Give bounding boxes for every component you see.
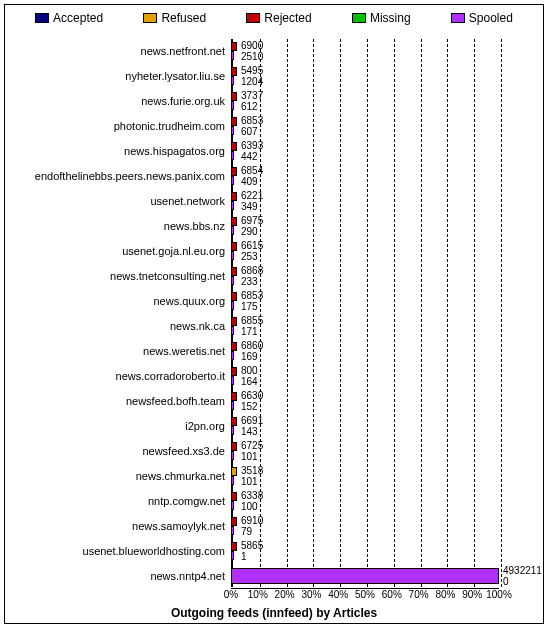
value-label: 409	[241, 177, 258, 187]
bar-rejected	[231, 392, 237, 401]
chart-frame: Accepted Refused Rejected Missing Spoole…	[4, 4, 544, 624]
x-tick: 60%	[382, 589, 402, 600]
bar-rejected	[231, 342, 237, 351]
bar-rejected	[231, 242, 237, 251]
value-label: 607	[241, 127, 258, 137]
value-label: 6910	[241, 516, 263, 526]
chart-row: usenet.goja.nl.eu.org6615253	[5, 239, 543, 263]
value-label: 6900	[241, 41, 263, 51]
bar-spooled	[231, 451, 234, 460]
chart-row: news.corradoroberto.it800164	[5, 364, 543, 388]
bar-rejected	[231, 367, 237, 376]
bar-spooled	[231, 326, 234, 335]
category-label: news.netfront.net	[141, 39, 225, 63]
category-label: news.hispagatos.org	[124, 139, 225, 163]
chart-row: news.nntp4.net49322110	[5, 564, 543, 588]
chart-row: usenet.network6221349	[5, 189, 543, 213]
bar-rejected	[231, 167, 237, 176]
category-label: nntp.comgw.net	[148, 489, 225, 513]
value-label: 0	[503, 577, 509, 587]
category-label: news.weretis.net	[143, 339, 225, 363]
value-label: 6853	[241, 291, 263, 301]
bar-spooled	[231, 401, 234, 410]
chart-row: nyheter.lysator.liu.se54951204	[5, 64, 543, 88]
value-label: 79	[241, 527, 252, 537]
value-label: 143	[241, 427, 258, 437]
value-label: 6860	[241, 341, 263, 351]
bar-spooled	[231, 51, 234, 60]
bar-spooled	[231, 426, 234, 435]
swatch-refused-icon	[143, 13, 157, 23]
bar-rejected	[231, 217, 237, 226]
bar-rejected	[231, 117, 237, 126]
value-label: 101	[241, 452, 258, 462]
value-label: 800	[241, 366, 258, 376]
x-tick: 30%	[301, 589, 321, 600]
x-tick: 0%	[224, 589, 238, 600]
value-label: 6853	[241, 116, 263, 126]
chart-row: news.quux.org6853175	[5, 289, 543, 313]
bar-spooled	[231, 526, 234, 535]
bar-spooled	[231, 226, 234, 235]
value-label: 169	[241, 352, 258, 362]
category-label: usenet.goja.nl.eu.org	[122, 239, 225, 263]
value-label: 6868	[241, 266, 263, 276]
bar-rejected	[231, 492, 237, 501]
legend-label: Accepted	[53, 11, 103, 25]
chart-row: i2pn.org6691143	[5, 414, 543, 438]
bar-rejected	[231, 442, 237, 451]
value-label: 233	[241, 277, 258, 287]
x-tick: 80%	[435, 589, 455, 600]
bar-rejected	[231, 267, 237, 276]
chart-row: news.weretis.net6860169	[5, 339, 543, 363]
bar-spooled	[231, 151, 234, 160]
bar-spooled	[231, 476, 234, 485]
value-label: 5865	[241, 541, 263, 551]
value-label: 6393	[241, 141, 263, 151]
bar-spooled	[231, 376, 234, 385]
value-label: 6725	[241, 441, 263, 451]
category-label: news.furie.org.uk	[141, 89, 225, 113]
legend-item-spooled: Spooled	[451, 11, 513, 25]
swatch-rejected-icon	[246, 13, 260, 23]
value-label: 1204	[241, 77, 263, 87]
x-tick: 40%	[328, 589, 348, 600]
category-label: newsfeed.bofh.team	[126, 389, 225, 413]
value-label: 6975	[241, 216, 263, 226]
category-label: news.tnetconsulting.net	[110, 264, 225, 288]
value-label: 3518	[241, 466, 263, 476]
category-label: usenet.network	[150, 189, 225, 213]
chart-rows: news.netfront.net69002510nyheter.lysator…	[5, 39, 543, 587]
value-label: 349	[241, 202, 258, 212]
legend: Accepted Refused Rejected Missing Spoole…	[5, 11, 543, 25]
bar-rejected	[231, 42, 237, 51]
category-label: news.bbs.nz	[164, 214, 225, 238]
value-label: 612	[241, 102, 258, 112]
bar-spooled	[231, 176, 234, 185]
bar-rejected	[231, 67, 237, 76]
value-label: 164	[241, 377, 258, 387]
x-tick: 70%	[409, 589, 429, 600]
bar-rejected	[231, 92, 237, 101]
bar-spooled	[231, 201, 234, 210]
bar-rejected	[231, 417, 237, 426]
bar-rejected	[231, 192, 237, 201]
legend-item-missing: Missing	[352, 11, 411, 25]
bar-spooled	[231, 301, 234, 310]
legend-item-refused: Refused	[143, 11, 206, 25]
chart-row: news.netfront.net69002510	[5, 39, 543, 63]
value-label: 100	[241, 502, 258, 512]
value-label: 5495	[241, 66, 263, 76]
legend-label: Spooled	[469, 11, 513, 25]
chart-row: endofthelinebbs.peers.news.panix.com6854…	[5, 164, 543, 188]
chart-row: photonic.trudheim.com6853607	[5, 114, 543, 138]
value-label: 6221	[241, 191, 263, 201]
category-label: news.nk.ca	[170, 314, 225, 338]
bar-rejected	[231, 517, 237, 526]
category-label: endofthelinebbs.peers.news.panix.com	[35, 164, 225, 188]
chart-row: usenet.blueworldhosting.com58651	[5, 539, 543, 563]
chart-row: news.furie.org.uk3737612	[5, 89, 543, 113]
chart-row: news.tnetconsulting.net6868233	[5, 264, 543, 288]
value-label: 6855	[241, 316, 263, 326]
value-label: 101	[241, 477, 258, 487]
